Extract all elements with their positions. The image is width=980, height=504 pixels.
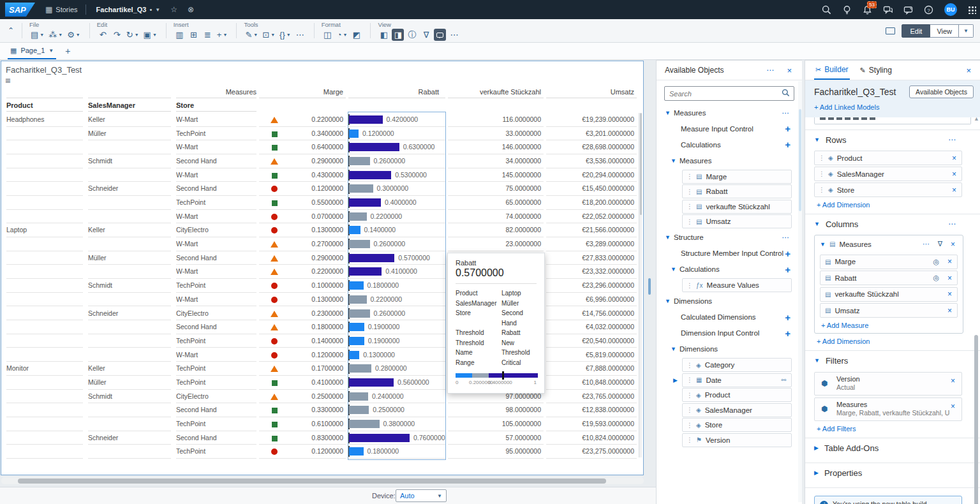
cell-rabatt[interactable]: 0.2600000 bbox=[348, 154, 445, 168]
cell-store[interactable]: CityElectro bbox=[176, 390, 256, 404]
tree-group-calculations[interactable]: ▼Calculations+ bbox=[657, 262, 802, 278]
search-icon[interactable] bbox=[822, 5, 831, 15]
tree-item-structure-member-input-control[interactable]: Structure Member Input Control+ bbox=[657, 246, 802, 262]
group-more-icon[interactable]: ⋯ bbox=[782, 233, 790, 242]
remove-icon[interactable]: × bbox=[952, 186, 956, 195]
tools-more-icon[interactable]: ⋯ bbox=[294, 29, 306, 41]
cell-umsatz[interactable]: €23,332.0000000 bbox=[546, 265, 637, 279]
col-header-product[interactable]: Product bbox=[6, 101, 83, 111]
row-chip-store[interactable]: ⋮◈Store× bbox=[814, 182, 962, 197]
measure-chip-marge[interactable]: ▤Marge◎× bbox=[820, 255, 958, 269]
cell-product[interactable] bbox=[6, 168, 83, 182]
cell-salesmanager[interactable] bbox=[88, 445, 171, 459]
remove-icon[interactable]: × bbox=[952, 154, 956, 163]
col-header-store[interactable]: Store bbox=[176, 101, 256, 111]
add-filters-link[interactable]: + Add Filters bbox=[817, 425, 980, 433]
cell-umsatz[interactable]: €14,756.0000000 bbox=[546, 307, 637, 321]
tree-group-structure[interactable]: ▼Structure⋯ bbox=[657, 230, 802, 246]
cell-product[interactable] bbox=[6, 196, 83, 210]
cell-salesmanager[interactable] bbox=[88, 196, 171, 210]
cell-umsatz[interactable]: €22,052.0000000 bbox=[546, 210, 637, 224]
cell-store[interactable]: CityElectro bbox=[176, 307, 256, 321]
cell-store[interactable]: Second Hand bbox=[176, 154, 256, 168]
cell-salesmanager[interactable] bbox=[88, 334, 171, 348]
cell-salesmanager[interactable] bbox=[88, 417, 171, 431]
measures-remove-icon[interactable]: × bbox=[951, 240, 955, 249]
cell-rabatt[interactable]: 0.1400000 bbox=[348, 223, 445, 237]
available-objects-button[interactable]: Available Objects bbox=[909, 85, 974, 98]
cell-stueckzahl[interactable]: 23.0000000 bbox=[448, 237, 544, 251]
cell-salesmanager[interactable] bbox=[88, 320, 171, 334]
chip-category[interactable]: ⋮◈Category bbox=[682, 358, 792, 372]
cell-umsatz[interactable]: €20,294.0000000 bbox=[546, 168, 637, 182]
tools-edit-icon[interactable]: ✎▼ bbox=[244, 29, 259, 41]
cell-marge[interactable]: 0.1200000 bbox=[259, 445, 346, 459]
view-left-panel-icon[interactable]: ◧ bbox=[378, 29, 390, 41]
table-row[interactable]: HeadphonesKellerW-Mart0.22000000.4200000… bbox=[1, 113, 639, 127]
rows-section-header[interactable]: ▼ Rows ⋯ bbox=[805, 130, 980, 149]
view-info-icon[interactable]: ⓘ bbox=[406, 29, 418, 41]
cell-rabatt[interactable]: 0.4200000 bbox=[348, 113, 445, 127]
cell-umsatz[interactable]: €4,032.0000000 bbox=[546, 320, 637, 334]
cell-store[interactable]: Second Hand bbox=[176, 403, 256, 417]
insert-more-icon[interactable]: +▼ bbox=[216, 29, 229, 41]
cell-umsatz[interactable]: €10,848.0000000 bbox=[546, 376, 637, 390]
col-header-stueckzahl[interactable]: verkaufte Stückzahl bbox=[448, 88, 541, 98]
view-mode-button[interactable]: View bbox=[930, 24, 959, 38]
view-filter-icon[interactable]: ∇ bbox=[420, 29, 432, 41]
insert-chart-icon[interactable]: ▥ bbox=[174, 29, 186, 41]
cell-rabatt[interactable]: 0.2500000 bbox=[348, 403, 445, 417]
cell-product[interactable] bbox=[6, 127, 83, 141]
add-dimension-link-columns[interactable]: + Add Dimension bbox=[817, 337, 980, 345]
cell-stueckzahl[interactable]: 145.0000000 bbox=[448, 168, 544, 182]
cell-salesmanager[interactable] bbox=[88, 237, 171, 251]
cell-stueckzahl[interactable]: 34.0000000 bbox=[448, 154, 544, 168]
row-chip-salesmanager[interactable]: ⋮◈SalesManager× bbox=[814, 167, 962, 181]
tree-group-dimensions[interactable]: ▼Dimensions bbox=[657, 341, 802, 357]
cell-stueckzahl[interactable]: 98.0000000 bbox=[448, 403, 544, 417]
panel-resize-handle[interactable] bbox=[648, 278, 651, 295]
table-row[interactable]: SchneiderSecond Hand0.83000000.760000057… bbox=[1, 431, 639, 445]
cell-rabatt[interactable]: 0.3000000 bbox=[348, 182, 445, 196]
cell-umsatz[interactable]: €15,450.0000000 bbox=[546, 182, 637, 196]
cell-rabatt[interactable]: 0.7600000 bbox=[348, 431, 445, 445]
cell-marge[interactable]: 0.0700000 bbox=[259, 210, 346, 224]
cell-salesmanager[interactable]: Schmidt bbox=[88, 390, 171, 404]
cell-product[interactable] bbox=[6, 210, 83, 224]
cell-umsatz[interactable]: €28,698.0000000 bbox=[546, 140, 637, 154]
columns-more-icon[interactable]: ⋯ bbox=[948, 219, 956, 228]
cell-salesmanager[interactable]: Keller bbox=[88, 223, 171, 237]
tree-item-calculations[interactable]: Calculations+ bbox=[657, 137, 802, 152]
measure-chip-rabatt[interactable]: ▤Rabatt◎× bbox=[820, 271, 958, 285]
cell-store[interactable]: Second Hand bbox=[176, 182, 256, 196]
available-objects-close-icon[interactable]: × bbox=[787, 66, 792, 75]
cell-salesmanager[interactable] bbox=[88, 140, 171, 154]
cell-rabatt[interactable]: 0.1900000 bbox=[348, 320, 445, 334]
cell-stueckzahl[interactable]: 33.0000000 bbox=[448, 127, 544, 141]
cell-rabatt[interactable]: 0.1200000 bbox=[348, 127, 445, 141]
table-vertical-scrollbar[interactable] bbox=[639, 113, 642, 457]
remove-icon[interactable]: × bbox=[947, 290, 952, 299]
remove-icon[interactable]: × bbox=[951, 376, 955, 385]
cell-product[interactable] bbox=[6, 403, 83, 417]
format-theme-icon[interactable]: ◔▼ bbox=[336, 29, 349, 41]
story-canvas[interactable]: Facharitkel_Q3_Test ▦ Measures Marge Rab… bbox=[1, 61, 644, 475]
cell-store[interactable]: W-Mart bbox=[176, 265, 256, 279]
cell-product[interactable]: Laptop bbox=[6, 223, 83, 237]
cell-salesmanager[interactable] bbox=[88, 265, 171, 279]
row-chip-product[interactable]: ⋮◈Product× bbox=[814, 151, 962, 165]
col-header-salesmanager[interactable]: SalesManager bbox=[88, 101, 171, 111]
remove-icon[interactable]: × bbox=[947, 274, 952, 283]
cell-salesmanager[interactable]: Keller bbox=[88, 113, 171, 127]
cell-rabatt[interactable]: 0.2200000 bbox=[348, 293, 445, 307]
cell-product[interactable] bbox=[6, 307, 83, 321]
tools-script-icon[interactable]: {}▼ bbox=[278, 29, 292, 41]
remove-icon[interactable]: × bbox=[947, 257, 952, 266]
cell-marge[interactable]: 0.2700000 bbox=[259, 237, 346, 251]
cell-marge[interactable]: 0.1300000 bbox=[259, 223, 346, 237]
table-row[interactable]: SchneiderSecond Hand0.12000000.300000075… bbox=[1, 182, 639, 196]
add-icon[interactable]: + bbox=[785, 123, 791, 134]
chip-verkaufte-stückzahl[interactable]: ⋮▤verkaufte Stückzahl bbox=[682, 200, 792, 214]
cell-product[interactable] bbox=[6, 237, 83, 251]
cell-product[interactable] bbox=[6, 334, 83, 348]
